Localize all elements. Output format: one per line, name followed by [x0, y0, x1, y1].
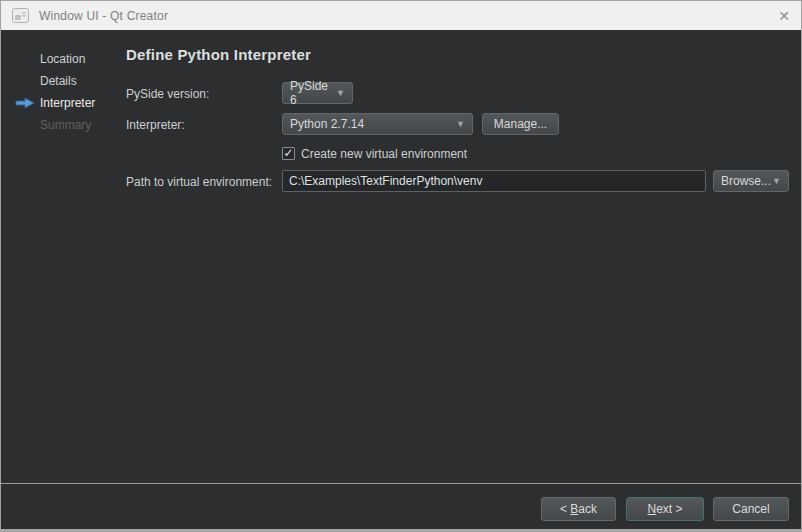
cancel-button[interactable]: Cancel — [713, 497, 789, 521]
page-title: Define Python Interpreter — [126, 46, 311, 63]
manage-button[interactable]: Manage... — [482, 113, 559, 135]
app-icon — [12, 8, 29, 23]
chevron-down-icon: ▼ — [336, 89, 345, 98]
footer-separator — [1, 483, 801, 484]
wizard-step-details: Details — [40, 72, 77, 90]
cancel-button-label: Cancel — [732, 502, 769, 516]
back-button-label: < Back — [560, 502, 597, 516]
manage-button-label: Manage... — [494, 117, 547, 131]
chevron-down-icon: ▼ — [772, 177, 781, 186]
venv-checkbox[interactable]: ✓ — [282, 147, 295, 160]
close-button[interactable]: ✕ — [767, 1, 801, 30]
interpreter-label: Interpreter: — [126, 117, 185, 133]
interpreter-combobox[interactable]: Python 2.7.14 ▼ — [282, 113, 473, 135]
window-title: Window UI - Qt Creator — [39, 9, 168, 23]
check-icon: ✓ — [283, 146, 293, 160]
wizard-step-interpreter: Interpreter — [40, 94, 95, 112]
titlebar: Window UI - Qt Creator ✕ — [1, 1, 801, 30]
venv-path-input[interactable] — [282, 170, 706, 192]
venv-path-label: Path to virtual environment: — [126, 174, 272, 190]
back-button[interactable]: < Back — [541, 497, 616, 521]
interpreter-value: Python 2.7.14 — [290, 117, 364, 131]
chevron-down-icon: ▼ — [456, 120, 465, 129]
pyside-version-combobox[interactable]: PySide 6 ▼ — [282, 82, 353, 104]
dialog-body: Location Details Interpreter Summary Def… — [1, 30, 801, 529]
close-icon: ✕ — [778, 8, 790, 24]
pyside-version-label: PySide version: — [126, 86, 209, 102]
wizard-window: Window UI - Qt Creator ✕ Location Detail… — [0, 0, 802, 532]
current-step-arrow-icon — [15, 97, 35, 109]
wizard-step-summary: Summary — [40, 116, 91, 134]
next-button-label: Next > — [647, 502, 682, 516]
venv-checkbox-label[interactable]: Create new virtual environment — [301, 146, 467, 162]
pyside-version-value: PySide 6 — [290, 79, 336, 107]
browse-button[interactable]: Browse... ▼ — [713, 170, 789, 192]
browse-button-label: Browse... — [721, 174, 771, 188]
next-button[interactable]: Next > — [626, 497, 704, 521]
wizard-step-location: Location — [40, 50, 85, 68]
